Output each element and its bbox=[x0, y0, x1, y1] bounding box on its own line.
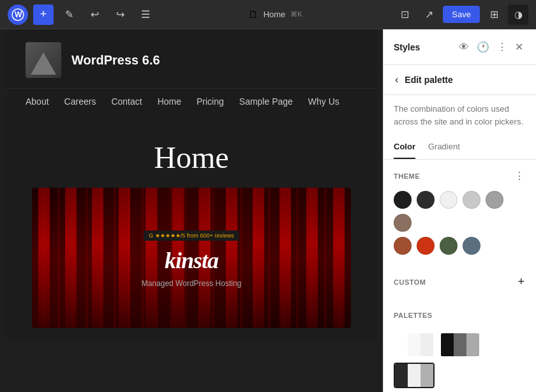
custom-section: CUSTOM + bbox=[383, 265, 536, 303]
draw-tool-button[interactable]: ✎ bbox=[59, 4, 79, 25]
nav-careers[interactable]: Careers bbox=[64, 96, 96, 107]
g2-text: ★★★★★/5 from 600+ reviews bbox=[155, 232, 234, 239]
swatch-rust[interactable] bbox=[394, 237, 412, 255]
nav-pricing[interactable]: Pricing bbox=[197, 96, 224, 107]
tab-color[interactable]: Color bbox=[394, 135, 415, 159]
swatch-red[interactable] bbox=[417, 237, 435, 255]
theme-section-title: THEME bbox=[394, 172, 420, 180]
swatch-light-gray-1[interactable] bbox=[463, 191, 480, 209]
styles-panel: Styles 👁 🕐 ⋮ ✕ ‹ Edit palette The combin… bbox=[383, 29, 536, 392]
swatch-green[interactable] bbox=[440, 237, 458, 255]
nav-sample-page[interactable]: Sample Page bbox=[239, 96, 293, 107]
nav-contact[interactable]: Contact bbox=[111, 96, 142, 107]
history-icon-button[interactable]: 🕐 bbox=[474, 38, 492, 56]
site-title: WordPress 6.6 bbox=[71, 53, 160, 68]
canvas-inner: WordPress 6.6 About Careers Contact Home… bbox=[6, 29, 376, 341]
kinsta-banner: G ★★★★★/5 from 600+ reviews kinsta Manag… bbox=[32, 188, 351, 328]
custom-section-title: CUSTOM bbox=[394, 278, 426, 286]
site-nav: About Careers Contact Home Pricing Sampl… bbox=[6, 89, 376, 114]
toolbar-right: ⊡ ↗ Save ⊞ ◑ bbox=[394, 4, 528, 25]
close-button[interactable]: ✕ bbox=[512, 38, 526, 56]
svg-text:W: W bbox=[15, 10, 22, 19]
banner-content: G ★★★★★/5 from 600+ reviews kinsta Manag… bbox=[142, 229, 242, 288]
add-custom-color-button[interactable]: + bbox=[516, 274, 526, 290]
add-block-button[interactable]: + bbox=[33, 4, 54, 25]
save-button[interactable]: Save bbox=[443, 6, 480, 23]
palette-description: The combination of colors used across th… bbox=[383, 95, 536, 135]
palette-seg-1-2 bbox=[408, 333, 421, 356]
palette-seg-3-3 bbox=[421, 364, 433, 387]
toolbar: W + ✎ ↩ ↪ ☰ 🗋 Home ⌘K ⊡ ↗ Save ⊞ ◑ bbox=[0, 0, 536, 29]
section-header-custom: CUSTOM + bbox=[394, 274, 526, 290]
swatch-dark-gray[interactable] bbox=[417, 191, 435, 209]
wp-icon[interactable]: W bbox=[8, 4, 28, 25]
palette-option-dark[interactable] bbox=[440, 332, 480, 358]
swatch-light-gray-2[interactable] bbox=[486, 191, 503, 209]
palette-seg-2-3 bbox=[466, 333, 479, 356]
palette-option-selected[interactable] bbox=[394, 363, 435, 388]
theme-swatches-row-1 bbox=[394, 191, 526, 232]
panel-title: Styles bbox=[394, 42, 420, 52]
nav-home[interactable]: Home bbox=[158, 96, 181, 107]
external-link-button[interactable]: ↗ bbox=[419, 4, 439, 25]
nav-about[interactable]: About bbox=[26, 96, 49, 107]
banner-col-9 bbox=[253, 188, 264, 328]
palette-seg-2-2 bbox=[454, 333, 466, 356]
main-area: WordPress 6.6 About Careers Contact Home… bbox=[0, 29, 536, 392]
palettes-section: PALETTES bbox=[383, 303, 536, 332]
theme-swatches-row-2 bbox=[394, 237, 526, 255]
more-options-button[interactable]: ⋮ bbox=[495, 38, 510, 56]
toolbar-center: 🗋 Home ⌘K bbox=[161, 9, 389, 20]
kinsta-logo: kinsta bbox=[142, 247, 242, 275]
palette-seg-3-2 bbox=[408, 364, 421, 387]
banner-col-10 bbox=[279, 188, 291, 328]
page-icon: 🗋 bbox=[248, 9, 258, 20]
section-header-theme: THEME ⋮ bbox=[394, 169, 526, 183]
page-title: Home bbox=[154, 140, 228, 175]
edit-palette-header: ‹ Edit palette bbox=[383, 65, 536, 95]
logo-triangle bbox=[31, 52, 56, 75]
site-header: WordPress 6.6 bbox=[6, 29, 376, 89]
list-view-button[interactable]: ☰ bbox=[135, 4, 156, 25]
panel-header: Styles 👁 🕐 ⋮ ✕ bbox=[383, 29, 536, 65]
nav-why-us[interactable]: Why Us bbox=[308, 96, 339, 107]
g2-badge: G ★★★★★/5 from 600+ reviews bbox=[144, 230, 239, 241]
palette-seg-1-1 bbox=[395, 333, 408, 356]
site-logo bbox=[26, 42, 61, 78]
swatch-brown[interactable] bbox=[394, 214, 412, 232]
palette-seg-2-1 bbox=[441, 333, 454, 356]
eye-icon-button[interactable]: 👁 bbox=[456, 39, 472, 56]
palette-option-white[interactable] bbox=[394, 332, 435, 358]
tabs-container: Color Gradient bbox=[383, 135, 536, 160]
palette-seg-1-3 bbox=[421, 333, 433, 356]
swatch-blue-gray[interactable] bbox=[463, 237, 480, 255]
sidebar-toggle-button[interactable]: ⊞ bbox=[484, 4, 504, 25]
palettes-section-title: PALETTES bbox=[394, 312, 433, 319]
panel-header-icons: 👁 🕐 ⋮ ✕ bbox=[456, 38, 526, 56]
undo-button[interactable]: ↩ bbox=[84, 4, 105, 25]
banner-col-11 bbox=[306, 188, 318, 328]
preview-button[interactable]: ⊡ bbox=[394, 4, 415, 25]
canvas: WordPress 6.6 About Careers Contact Home… bbox=[0, 29, 383, 392]
banner-col-3 bbox=[92, 188, 103, 328]
banner-col-2 bbox=[65, 188, 77, 328]
edit-palette-title: Edit palette bbox=[405, 75, 452, 85]
dark-mode-button[interactable]: ◑ bbox=[508, 4, 528, 25]
banner-col-12 bbox=[333, 188, 345, 328]
palettes-row bbox=[383, 332, 536, 392]
section-header-palettes: PALETTES bbox=[394, 312, 526, 319]
page-content: Home bbox=[6, 114, 376, 341]
redo-button[interactable]: ↪ bbox=[110, 4, 130, 25]
swatch-white[interactable] bbox=[440, 191, 458, 209]
palette-seg-3-1 bbox=[395, 364, 408, 387]
back-button[interactable]: ‹ bbox=[394, 73, 399, 87]
theme-menu-button[interactable]: ⋮ bbox=[513, 169, 526, 183]
theme-section: THEME ⋮ bbox=[383, 160, 536, 265]
banner-col-1 bbox=[38, 188, 50, 328]
banner-col-4 bbox=[119, 188, 130, 328]
page-shortcut: ⌘K bbox=[290, 10, 302, 19]
swatch-black[interactable] bbox=[394, 191, 412, 209]
page-label: Home bbox=[264, 10, 286, 19]
tab-gradient[interactable]: Gradient bbox=[428, 135, 460, 159]
kinsta-tagline: Managed WordPress Hosting bbox=[142, 279, 242, 288]
